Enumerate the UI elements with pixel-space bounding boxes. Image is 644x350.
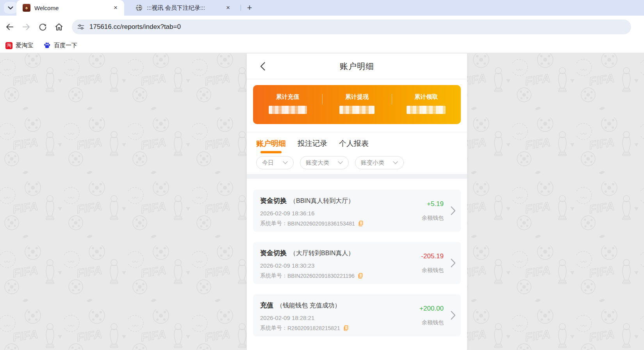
summary-label: 累计充值	[276, 93, 300, 101]
baidu-paw-icon	[43, 42, 51, 49]
tab-title: :::视讯 会员下注纪录:::	[147, 4, 223, 12]
txn-datetime: 2026-02-09 18:30:23	[260, 262, 401, 269]
bookmarks-bar: 淘 爱淘宝 百度一下	[0, 38, 644, 53]
summary-section: 累计充值 累计提现 累计领取	[247, 79, 467, 132]
summary-item-deposit: 累计充值	[253, 85, 322, 124]
tab-divider	[241, 5, 241, 11]
txn-order-label: 系统单号：	[260, 220, 287, 227]
txn-amount: +200.00	[419, 305, 444, 313]
home-icon	[54, 22, 64, 32]
summary-label: 累计领取	[414, 93, 438, 101]
masked-amount	[407, 106, 446, 114]
txn-order-no: R2602091828215821	[287, 325, 340, 331]
chevron-right-icon[interactable]	[451, 206, 456, 215]
summary-item-claim: 累计领取	[392, 85, 461, 124]
chevron-right-icon[interactable]	[451, 258, 456, 268]
copy-icon[interactable]	[357, 273, 363, 279]
chevron-left-icon	[260, 62, 265, 71]
masked-amount	[339, 106, 375, 114]
page-background: FIFA 账户明细 累计充值 累计提现	[0, 53, 644, 350]
report-tabs: 账户明细 投注记录 个人报表	[247, 132, 467, 155]
summary-card: 累计充值 累计提现 累计领取	[253, 85, 461, 124]
tab-search-button[interactable]	[4, 2, 17, 14]
txn-amount: -205.19	[421, 252, 444, 260]
transaction-card[interactable]: 资金切换 （BBIN真人转到大厅） 2026-02-09 18:36:16 系统…	[253, 190, 461, 232]
filter-minor-category-dropdown[interactable]: 账变小类	[355, 156, 404, 169]
txn-datetime: 2026-02-09 18:28:21	[260, 314, 401, 321]
arrow-right-icon	[21, 22, 31, 32]
filter-date-dropdown[interactable]: 今日	[256, 156, 294, 169]
filter-label: 账变小类	[361, 159, 384, 167]
account-panel: 账户明细 累计充值 累计提现 累计领取 账户明细	[247, 53, 467, 350]
txn-amount: +5.19	[427, 200, 444, 208]
transaction-list: 资金切换 （BBIN真人转到大厅） 2026-02-09 18:36:16 系统…	[247, 179, 467, 336]
txn-detail: （钱能钱包 充值成功）	[277, 302, 341, 310]
close-tab-icon[interactable]: ×	[111, 3, 120, 12]
txn-order-label: 系统单号：	[260, 325, 287, 332]
tab-account-details[interactable]: 账户明细	[256, 132, 286, 155]
chevron-down-icon	[393, 161, 398, 164]
globe-icon	[135, 4, 143, 12]
txn-type: 充值	[260, 301, 273, 310]
transaction-card[interactable]: 资金切换 （大厅转到BBIN真人） 2026-02-09 18:30:23 系统…	[253, 242, 461, 284]
bookmark-baidu[interactable]: 百度一下	[43, 42, 77, 49]
page-back-button[interactable]	[256, 60, 269, 73]
txn-order-no: BBIN202602091836153481	[287, 220, 355, 227]
txn-detail: （BBIN真人转到大厅）	[290, 197, 354, 205]
txn-wallet: 余额钱包	[422, 267, 444, 274]
tab-bet-records[interactable]: 投注记录	[298, 132, 327, 155]
transaction-info: 资金切换 （大厅转到BBIN真人） 2026-02-09 18:30:23 系统…	[260, 249, 401, 278]
chevron-down-icon	[8, 6, 13, 10]
filter-major-category-dropdown[interactable]: 账变大类	[300, 156, 349, 169]
transaction-info: 充值 （钱能钱包 充值成功） 2026-02-09 18:28:21 系统单号：…	[260, 301, 401, 330]
tab-label: 投注记录	[298, 139, 327, 149]
txn-order-label: 系统单号：	[260, 272, 287, 279]
close-tab-icon[interactable]: ×	[223, 3, 233, 12]
tab-personal-report[interactable]: 个人报表	[339, 132, 369, 155]
forward-button[interactable]	[20, 20, 33, 34]
filters-row: 今日 账变大类 账变小类	[247, 155, 467, 174]
copy-icon[interactable]	[358, 220, 363, 227]
txn-detail: （大厅转到BBIN真人）	[290, 249, 354, 258]
casino-logo-icon: ♠	[23, 4, 30, 12]
txn-type: 资金切换	[260, 249, 287, 258]
url-bar[interactable]: 175616.cc/reports/index?tab=0	[72, 20, 631, 34]
transaction-card[interactable]: 充值 （钱能钱包 充值成功） 2026-02-09 18:28:21 系统单号：…	[253, 294, 461, 336]
browser-tab-strip: ♠ Welcome × :::视讯 会员下注纪录::: × +	[0, 0, 644, 16]
tab-label: 账户明细	[256, 139, 286, 149]
browser-tab-bet-records[interactable]: :::视讯 会员下注纪录::: ×	[129, 0, 237, 16]
copy-icon[interactable]	[343, 325, 348, 331]
bookmark-label: 百度一下	[54, 42, 77, 49]
browser-tab-welcome[interactable]: ♠ Welcome ×	[16, 0, 124, 16]
section-divider	[247, 174, 467, 179]
site-settings-icon[interactable]	[77, 23, 85, 31]
chevron-right-icon[interactable]	[451, 311, 456, 320]
txn-order-no: BBIN202602091830221196	[287, 273, 355, 279]
home-button[interactable]	[52, 20, 66, 34]
filter-label: 今日	[262, 159, 274, 167]
summary-label: 累计提现	[345, 93, 369, 101]
tab-label: 个人报表	[339, 139, 369, 149]
txn-datetime: 2026-02-09 18:36:16	[260, 210, 401, 217]
new-tab-button[interactable]: +	[244, 3, 255, 13]
txn-wallet: 余额钱包	[422, 319, 444, 326]
txn-wallet: 余额钱包	[422, 215, 444, 222]
url-text[interactable]: 175616.cc/reports/index?tab=0	[89, 23, 181, 31]
summary-item-withdraw: 累计提现	[322, 85, 391, 124]
chevron-down-icon	[338, 161, 343, 164]
browser-toolbar: 175616.cc/reports/index?tab=0	[0, 16, 644, 38]
bookmark-taobao[interactable]: 淘 爱淘宝	[5, 42, 33, 49]
chevron-down-icon	[283, 161, 288, 164]
page-title: 账户明细	[340, 61, 374, 72]
bookmark-label: 爱淘宝	[16, 42, 33, 49]
taobao-icon: 淘	[5, 42, 12, 49]
arrow-left-icon	[5, 22, 14, 32]
transaction-info: 资金切换 （BBIN真人转到大厅） 2026-02-09 18:36:16 系统…	[260, 196, 401, 226]
tab-title: Welcome	[34, 5, 111, 11]
reload-icon	[38, 23, 47, 32]
back-button[interactable]	[3, 20, 16, 34]
filter-label: 账变大类	[306, 159, 329, 167]
transaction-amounts: +5.19 余额钱包	[401, 196, 444, 226]
reload-button[interactable]	[36, 20, 49, 34]
transaction-amounts: -205.19 余额钱包	[401, 249, 444, 278]
